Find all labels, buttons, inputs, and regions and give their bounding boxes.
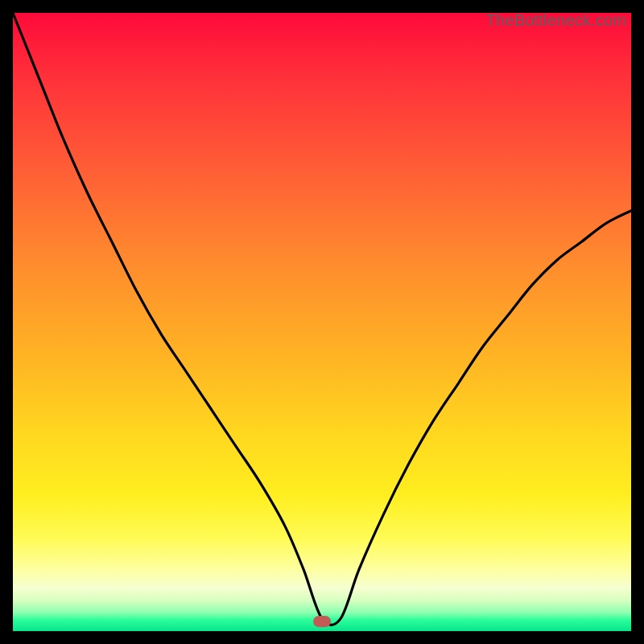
bottleneck-curve xyxy=(13,13,631,631)
chart-stage: TheBottleneck.com xyxy=(0,0,644,644)
chart-plot-area: TheBottleneck.com xyxy=(13,13,631,631)
bottleneck-minimum-marker xyxy=(313,616,331,627)
watermark-text: TheBottleneck.com xyxy=(485,11,626,30)
